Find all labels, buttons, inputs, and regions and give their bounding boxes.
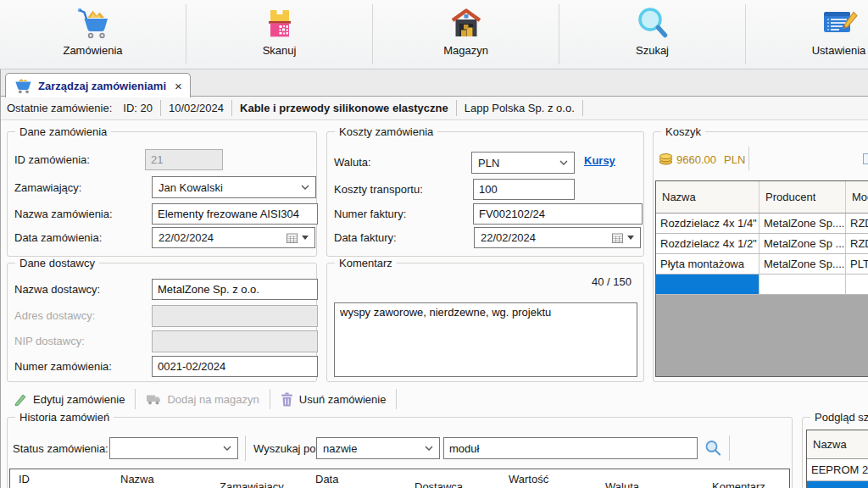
toolbar-button-zamowienia[interactable]: Zamówienia bbox=[0, 0, 186, 69]
search-button[interactable] bbox=[702, 437, 724, 459]
history-col-zamawiajacy[interactable]: Zamawiający bbox=[220, 480, 284, 488]
toolbar-separator bbox=[559, 4, 559, 64]
supplier-name-field[interactable] bbox=[152, 279, 318, 300]
order-action-bar: Edytuj zamówienie Dodaj na magazyn bbox=[0, 385, 868, 413]
toolbar-button-magazyn[interactable]: Magazyn bbox=[373, 0, 559, 69]
toolbar-button-skanuj[interactable]: Skanuj bbox=[186, 0, 372, 69]
app-window: Zamówienia Skanuj bbox=[0, 0, 868, 488]
comment-textarea[interactable]: wyspy zaworowe, nierdzewne, wg. projektu bbox=[334, 302, 637, 377]
supplier-order-number-field[interactable] bbox=[152, 356, 318, 377]
search-input[interactable] bbox=[443, 437, 698, 459]
warehouse-icon bbox=[448, 6, 485, 42]
order-name-field[interactable] bbox=[152, 203, 318, 225]
invoice-date-picker[interactable]: 22/02/2024 bbox=[474, 227, 641, 248]
delete-order-button[interactable]: Usuń zamówienie bbox=[272, 388, 395, 410]
group-title: Podgląd sz bbox=[810, 411, 868, 424]
order-status-combobox[interactable] bbox=[109, 437, 238, 459]
action-separator bbox=[396, 389, 397, 409]
order-date-picker[interactable]: 22/02/2024 bbox=[152, 227, 315, 248]
transport-cost-label: Koszty transportu: bbox=[334, 183, 423, 196]
group-dane-dostawcy: Dane dostawcy Nazwa dostawcy: Adres dost… bbox=[7, 263, 317, 382]
tab-strip: Zarządzaj zamówieniami × bbox=[0, 69, 868, 97]
history-col-data[interactable]: Data bbox=[315, 473, 338, 485]
calendar-icon bbox=[612, 233, 623, 243]
group-title: Koszty zamówienia bbox=[335, 125, 437, 138]
invoice-number-field[interactable] bbox=[473, 203, 643, 225]
action-separator bbox=[135, 389, 136, 409]
preview-col-nazwa[interactable]: Nazwa bbox=[807, 430, 868, 458]
chevron-down-icon bbox=[301, 185, 309, 190]
comment-char-counter: 40 / 150 bbox=[592, 275, 632, 288]
cart-row[interactable]: Rozdzielacz 4x 1/4" MetalZone Sp.... RZD bbox=[656, 214, 868, 234]
coins-icon bbox=[659, 151, 674, 165]
toolbar-button-ustawienia[interactable]: Ustawienia bbox=[746, 0, 868, 69]
transport-cost-field[interactable] bbox=[473, 179, 575, 200]
cart-col-nazwa[interactable]: Nazwa bbox=[656, 181, 760, 213]
cart-total-value: 9660.00 bbox=[676, 153, 716, 166]
history-col-nazwa[interactable]: Nazwa bbox=[120, 473, 154, 485]
close-icon[interactable]: × bbox=[175, 80, 182, 92]
pencil-icon bbox=[14, 392, 27, 406]
group-podglad: Podgląd sz Nazwa EEPROM 2 bbox=[802, 417, 868, 488]
cart-col-model[interactable]: Model bbox=[846, 181, 868, 213]
scan-box-icon bbox=[261, 6, 298, 42]
history-col-id[interactable]: ID bbox=[19, 473, 30, 485]
currency-label: Waluta: bbox=[334, 156, 371, 169]
toolbar-label: Ustawienia bbox=[812, 44, 866, 57]
currency-combobox[interactable]: PLN bbox=[471, 152, 575, 174]
cart-icon bbox=[14, 78, 32, 94]
history-col-wartosc[interactable]: Wartość bbox=[509, 473, 548, 485]
toolbar-button-szukaj[interactable]: Szukaj bbox=[559, 0, 745, 69]
chevron-down-icon bbox=[223, 446, 231, 451]
cart-col-producent[interactable]: Producent bbox=[760, 181, 846, 213]
toolbar-separator bbox=[745, 4, 746, 64]
order-buyer-combobox[interactable]: Jan Kowalski bbox=[152, 176, 316, 198]
last-order-date: 10/02/2024 bbox=[169, 102, 224, 114]
group-dane-zamowienia: Dane zamówienia ID zamówienia: Zamawiają… bbox=[7, 131, 317, 257]
toolbar-label: Skanuj bbox=[263, 44, 297, 57]
order-status-label: Status zamówienia: bbox=[13, 442, 108, 455]
cart-total-currency: PLN bbox=[724, 153, 745, 166]
history-col-waluta[interactable]: Waluta bbox=[605, 480, 639, 488]
toolbar-label: Magazyn bbox=[443, 44, 488, 57]
supplier-name-label: Nazwa dostawcy: bbox=[14, 283, 100, 296]
history-col-komentarz[interactable]: Komentarz bbox=[712, 480, 765, 488]
preview-row[interactable]: EEPROM 2 bbox=[807, 459, 868, 481]
window-left-border bbox=[0, 69, 1, 488]
order-buyer-label: Zamawiający: bbox=[14, 181, 81, 194]
main-toolbar: Zamówienia Skanuj bbox=[0, 0, 868, 69]
order-id-label: ID zamówienia: bbox=[14, 153, 90, 166]
toolbar-label: Szukaj bbox=[636, 44, 669, 57]
supplier-nip-field bbox=[152, 330, 318, 352]
content-area: Dane zamówienia ID zamówienia: Zamawiają… bbox=[0, 120, 868, 488]
supplier-address-field bbox=[152, 305, 318, 327]
tab-zarzadzaj-zamowieniami[interactable]: Zarządzaj zamówieniami × bbox=[5, 73, 191, 97]
chevron-down-icon bbox=[302, 236, 309, 243]
group-koszty-zamowienia: Koszty zamówienia Waluta: PLN Kursy Kosz… bbox=[326, 131, 644, 257]
kursy-link[interactable]: Kursy bbox=[584, 154, 615, 167]
search-by-combobox[interactable]: nazwie bbox=[316, 437, 440, 459]
tab-title: Zarządzaj zamówieniami bbox=[38, 80, 166, 92]
truck-icon bbox=[146, 393, 161, 405]
invoice-date-label: Data faktury: bbox=[334, 231, 397, 244]
preview-row-selected[interactable] bbox=[807, 481, 868, 488]
group-title: Dane zamówienia bbox=[15, 125, 111, 138]
action-separator bbox=[270, 389, 270, 409]
cart-row[interactable]: Płyta montażowa MetalZone Sp.... PLT- bbox=[656, 254, 868, 274]
chevron-down-icon bbox=[425, 446, 433, 451]
group-title: Komentarz bbox=[335, 257, 397, 269]
group-historia-zamowien: Historia zamówień Status zamówienia: Wys… bbox=[7, 417, 793, 488]
selected-cell[interactable] bbox=[656, 274, 760, 294]
chevron-down-icon bbox=[559, 160, 568, 165]
toolbar-label: Zamówienia bbox=[63, 44, 122, 57]
cart-row[interactable]: Rozdzielacz 4x 1/2" MetalZone Sp ... RZD bbox=[656, 234, 868, 254]
edit-order-button[interactable]: Edytuj zamówienie bbox=[5, 388, 133, 410]
group-title: Koszyk bbox=[661, 125, 705, 138]
supplier-nip-label: NIP dostawcy: bbox=[14, 335, 85, 347]
cart-row-new-empty[interactable] bbox=[656, 274, 868, 295]
group-title: Historia zamówień bbox=[15, 411, 114, 424]
cart-toolbar-clipped-icon[interactable] bbox=[863, 153, 868, 164]
history-col-dostawca[interactable]: Dostawca bbox=[415, 480, 463, 488]
trash-icon bbox=[281, 392, 293, 407]
cart-toolbar-separator bbox=[748, 147, 749, 170]
